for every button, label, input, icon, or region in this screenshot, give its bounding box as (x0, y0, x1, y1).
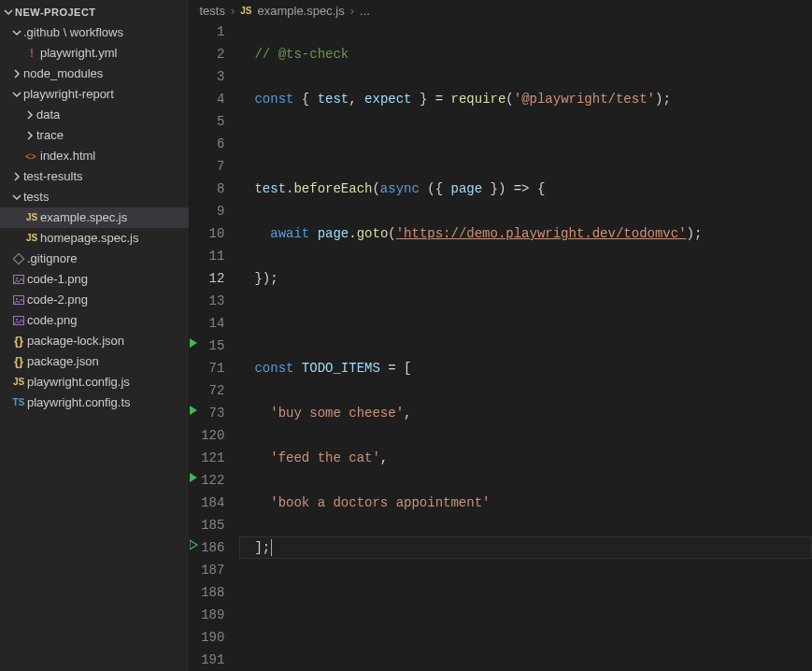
chevron-down-icon (2, 7, 15, 17)
breadcrumb-tail[interactable]: ... (360, 4, 370, 18)
image-icon (10, 273, 27, 286)
breadcrumb-file[interactable]: example.spec.js (257, 4, 344, 18)
js-icon: JS (23, 228, 40, 249)
svg-text:<>: <> (25, 151, 36, 162)
folder-test-results[interactable]: test-results (0, 166, 189, 187)
explorer-panel: NEW-PROJECT .github \ workflows ! playwr… (0, 0, 190, 671)
svg-point-3 (16, 278, 18, 279)
json-icon: {} (10, 331, 27, 351)
project-header[interactable]: NEW-PROJECT (0, 2, 189, 22)
chevron-right-icon: › (350, 4, 354, 18)
gutter[interactable]: 1 2 3 4 5 6 7 8 9 10 11 12 13 14 15 71 7… (190, 21, 234, 671)
chevron-down-icon (10, 28, 23, 37)
chevron-down-icon (10, 90, 23, 99)
json-icon: {} (10, 351, 27, 372)
file-homepage-spec[interactable]: JS homepage.spec.js (0, 228, 189, 249)
text-cursor (271, 539, 272, 556)
file-code-1-png[interactable]: code-1.png (0, 269, 189, 290)
js-icon: JS (10, 372, 27, 393)
image-icon (10, 314, 27, 327)
js-icon: JS (240, 6, 251, 16)
yaml-icon: ! (23, 43, 40, 64)
file-example-spec[interactable]: JS example.spec.js (0, 207, 189, 228)
breadcrumb-folder[interactable]: tests (199, 4, 224, 18)
file-gitignore[interactable]: .gitignore (0, 249, 189, 269)
file-code-png[interactable]: code.png (0, 310, 189, 331)
chevron-right-icon (10, 69, 23, 79)
folder-github-workflows[interactable]: .github \ workflows (0, 22, 189, 43)
run-test-icon[interactable] (190, 336, 201, 350)
chevron-right-icon (23, 131, 36, 140)
file-playwright-config-ts[interactable]: TS playwright.config.ts (0, 393, 189, 413)
chevron-down-icon (10, 193, 23, 202)
gitignore-icon (10, 252, 27, 265)
svg-point-7 (16, 319, 18, 321)
folder-node-modules[interactable]: node_modules (0, 64, 189, 84)
ts-icon: TS (10, 393, 27, 413)
folder-trace[interactable]: trace (0, 125, 189, 146)
file-playwright-yml[interactable]: ! playwright.yml (0, 43, 189, 64)
folder-data[interactable]: data (0, 105, 189, 125)
svg-point-5 (16, 298, 18, 300)
code-area[interactable]: 1 2 3 4 5 6 7 8 9 10 11 12 13 14 15 71 7… (190, 21, 812, 671)
html-icon: <> (23, 150, 40, 163)
folder-playwright-report[interactable]: playwright-report (0, 84, 189, 105)
chevron-right-icon: › (231, 4, 235, 18)
breadcrumb[interactable]: tests › JS example.spec.js › ... (190, 0, 812, 21)
file-code-2-png[interactable]: code-2.png (0, 290, 189, 310)
image-icon (10, 293, 27, 307)
folder-tests[interactable]: tests (0, 187, 189, 207)
chevron-right-icon (10, 172, 23, 181)
file-package-lock[interactable]: {} package-lock.json (0, 331, 189, 351)
run-test-icon[interactable] (190, 537, 201, 552)
file-playwright-config-js[interactable]: JS playwright.config.js (0, 372, 189, 393)
file-tree: .github \ workflows ! playwright.yml nod… (0, 22, 189, 671)
svg-rect-1 (13, 253, 23, 264)
editor: tests › JS example.spec.js › ... 1 2 3 4… (190, 0, 812, 671)
project-name: NEW-PROJECT (15, 7, 96, 18)
chevron-right-icon (23, 110, 36, 120)
file-package-json[interactable]: {} package.json (0, 351, 189, 372)
run-test-icon[interactable] (190, 403, 201, 418)
js-icon: JS (23, 207, 40, 228)
file-index-html[interactable]: <> index.html (0, 146, 189, 166)
run-test-icon[interactable] (190, 470, 201, 485)
code-content[interactable]: // @ts-check const { test, expect } = re… (234, 21, 812, 671)
